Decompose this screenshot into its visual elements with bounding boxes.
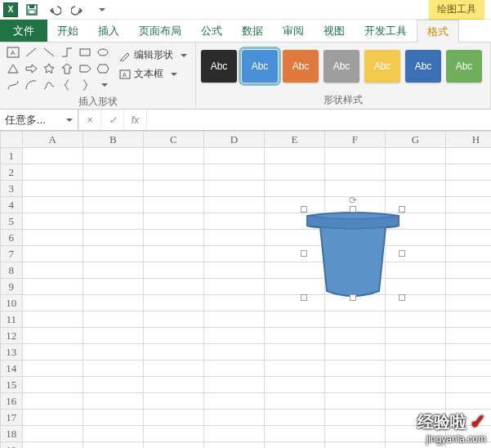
tab-developer[interactable]: 开发工具	[355, 20, 417, 42]
cell[interactable]	[143, 148, 203, 164]
cell[interactable]	[83, 246, 143, 262]
cell[interactable]	[445, 181, 491, 197]
cell[interactable]	[264, 393, 324, 410]
cell[interactable]	[203, 164, 264, 181]
cell[interactable]	[445, 164, 491, 181]
cell[interactable]	[143, 246, 203, 262]
cell[interactable]	[264, 164, 324, 181]
cell[interactable]	[143, 213, 203, 230]
cell[interactable]	[203, 230, 264, 246]
col-C[interactable]: C	[143, 132, 203, 148]
row-header[interactable]: 8	[1, 262, 23, 279]
cell[interactable]	[83, 213, 143, 230]
cell[interactable]	[143, 377, 203, 393]
row-header[interactable]: 12	[1, 328, 23, 344]
shape-elbow-icon[interactable]	[59, 45, 75, 60]
shape-gallery[interactable]: A	[5, 45, 111, 92]
row-header[interactable]: 11	[1, 311, 23, 328]
tab-page-layout[interactable]: 页面布局	[129, 20, 191, 42]
cell[interactable]	[143, 164, 203, 181]
cell[interactable]	[83, 361, 143, 377]
redo-button[interactable]	[69, 2, 87, 18]
cell[interactable]	[22, 181, 83, 197]
style-swatch-3[interactable]: Abc	[283, 50, 319, 83]
cell[interactable]	[143, 344, 203, 361]
shape-triangle-icon[interactable]	[5, 61, 21, 76]
shape-line2-icon[interactable]	[41, 45, 57, 60]
cell[interactable]	[143, 410, 203, 426]
cell[interactable]	[143, 311, 203, 328]
shape-arrow-right-icon[interactable]	[23, 61, 39, 76]
shape-line-icon[interactable]	[23, 45, 39, 60]
cell[interactable]	[22, 164, 83, 181]
style-swatch-5[interactable]: Abc	[364, 50, 400, 83]
cell[interactable]	[324, 410, 385, 426]
cell[interactable]	[203, 442, 264, 449]
cell[interactable]	[324, 148, 385, 164]
cell[interactable]	[385, 311, 445, 328]
cell[interactable]	[264, 181, 324, 197]
row-header[interactable]: 18	[1, 426, 23, 442]
cell[interactable]	[22, 426, 83, 442]
cell[interactable]	[324, 311, 385, 328]
style-swatch-2[interactable]: Abc	[242, 50, 278, 83]
cell[interactable]	[264, 311, 324, 328]
style-swatch-1[interactable]: Abc	[201, 50, 237, 83]
cell[interactable]	[83, 410, 143, 426]
tab-format[interactable]: 格式	[417, 20, 459, 43]
cell[interactable]	[203, 426, 264, 442]
shape-lbrace-icon[interactable]	[59, 78, 75, 92]
shape-curve-icon[interactable]	[5, 78, 21, 92]
tab-data[interactable]: 数据	[232, 20, 273, 42]
cell[interactable]	[203, 377, 264, 393]
cell[interactable]	[22, 393, 83, 410]
cell[interactable]	[445, 295, 491, 311]
cell[interactable]	[83, 426, 143, 442]
row-header[interactable]: 7	[1, 246, 23, 262]
cell[interactable]	[445, 361, 491, 377]
cell[interactable]	[143, 262, 203, 279]
formula-confirm-button[interactable]: ✓	[101, 110, 124, 130]
resize-handle-ml[interactable]	[301, 250, 307, 257]
resize-handle-mr[interactable]	[399, 250, 405, 257]
cell[interactable]	[203, 410, 264, 426]
row-header[interactable]: 4	[1, 197, 23, 213]
cell[interactable]	[203, 393, 264, 410]
row-header[interactable]: 19	[1, 442, 23, 449]
tab-home[interactable]: 开始	[47, 20, 88, 42]
cell[interactable]	[22, 213, 83, 230]
cell[interactable]	[22, 230, 83, 246]
cell[interactable]	[445, 311, 491, 328]
col-G[interactable]: G	[385, 132, 445, 148]
row-header[interactable]: 6	[1, 230, 23, 246]
col-E[interactable]: E	[264, 132, 324, 148]
cell[interactable]	[143, 181, 203, 197]
tab-view[interactable]: 视图	[314, 20, 355, 42]
name-box-dropdown-icon[interactable]	[64, 114, 73, 126]
resize-handle-bl[interactable]	[301, 294, 307, 301]
style-swatch-7[interactable]: Abc	[446, 50, 482, 83]
cell[interactable]	[22, 442, 83, 449]
cell[interactable]	[385, 164, 445, 181]
shape-freeform-icon[interactable]	[41, 78, 57, 92]
row-header[interactable]: 13	[1, 344, 23, 361]
cell[interactable]	[203, 344, 264, 361]
shape-more-dropdown[interactable]	[95, 78, 111, 92]
tab-review[interactable]: 审阅	[273, 20, 314, 42]
cell[interactable]	[143, 328, 203, 344]
resize-handle-tm[interactable]	[350, 206, 356, 213]
cell[interactable]	[22, 246, 83, 262]
cell[interactable]	[203, 361, 264, 377]
cell[interactable]	[203, 181, 264, 197]
cell[interactable]	[22, 311, 83, 328]
shape-oval-icon[interactable]	[95, 45, 111, 60]
cell[interactable]	[83, 164, 143, 181]
cell[interactable]	[264, 410, 324, 426]
cell[interactable]	[324, 344, 385, 361]
cell[interactable]	[83, 197, 143, 213]
shape-pentagon-icon[interactable]	[77, 61, 93, 76]
cell[interactable]	[143, 197, 203, 213]
col-D[interactable]: D	[203, 132, 264, 148]
row-header[interactable]: 10	[1, 295, 23, 311]
select-all-corner[interactable]	[1, 132, 23, 148]
